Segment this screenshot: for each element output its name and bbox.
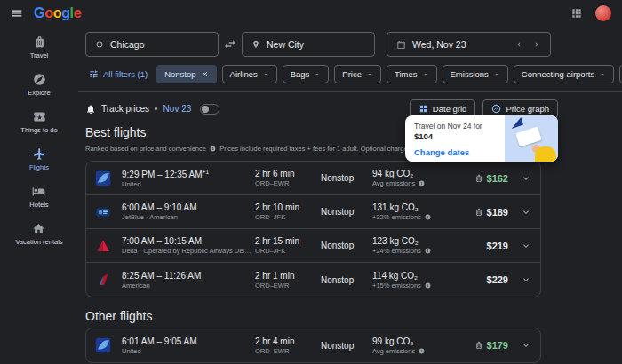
- flights-icon: [33, 147, 46, 161]
- flight-emissions: Avg emissions: [372, 347, 468, 355]
- flight-price: $189: [474, 207, 508, 218]
- bell-icon: [85, 104, 96, 115]
- flight-emissions: Avg emissions: [372, 179, 468, 187]
- expand-flight-button[interactable]: [508, 340, 531, 351]
- flight-route: ORD–EWR: [255, 281, 321, 289]
- chevron-down-icon: [493, 71, 500, 78]
- chevron-right-icon[interactable]: [532, 40, 541, 49]
- filter-chip-airlines[interactable]: Airlines: [222, 65, 277, 83]
- other-flights-title: Other flights: [85, 309, 622, 323]
- google-logo[interactable]: Google: [34, 5, 81, 21]
- sidebar-item-hotels[interactable]: Hotels: [29, 185, 48, 209]
- flight-row[interactable]: 6:01 AM – 9:05 AMUnited2 hr 4 minORD–EWR…: [86, 328, 540, 362]
- flight-stops: Nonstop: [321, 241, 372, 250]
- price-value: $179: [487, 340, 508, 351]
- flight-emissions: +32% emissions: [372, 213, 468, 221]
- destination-value: New City: [267, 39, 304, 50]
- flight-co2: 131 kg CO₂: [372, 202, 468, 212]
- search-row: Chicago New City Wed, Nov 23: [85, 32, 622, 57]
- destination-input[interactable]: New City: [242, 32, 375, 57]
- filter-chip-connecting-airports[interactable]: Connecting airports: [514, 65, 614, 83]
- chevron-left-icon[interactable]: [514, 40, 523, 49]
- flight-row[interactable]: 8:25 AM – 11:26 AMAmerican2 hr 1 minORD–…: [86, 263, 540, 297]
- swap-icon[interactable]: [223, 37, 237, 51]
- airline-logo-jetblue: [95, 204, 122, 220]
- filter-chip-bags[interactable]: Bags: [283, 65, 330, 83]
- info-icon[interactable]: [210, 146, 216, 152]
- sidebar: TravelExploreThings to doFlightsHotelsVa…: [0, 27, 78, 364]
- explore-icon: [33, 73, 46, 86]
- filter-chip-label: Emissions: [451, 69, 489, 79]
- expand-flight-button[interactable]: [508, 241, 531, 251]
- info-icon[interactable]: [419, 180, 425, 186]
- promo-text: Travel on Nov 24 for: [414, 122, 505, 131]
- chevron-down-icon: [599, 71, 606, 78]
- info-icon[interactable]: [419, 348, 425, 354]
- sidebar-item-vacation-rentals[interactable]: Vacation rentals: [15, 222, 62, 246]
- price-value: $219: [487, 241, 508, 251]
- other-flights-list: 6:01 AM – 9:05 AMUnited2 hr 4 minORD–EWR…: [85, 328, 541, 363]
- flight-price: $219: [487, 241, 508, 251]
- filter-chip-price[interactable]: Price: [334, 65, 381, 83]
- flight-row[interactable]: 7:00 AM – 10:15 AMDelta · Operated by Re…: [86, 229, 540, 263]
- calendar-icon: [396, 40, 406, 50]
- expand-flight-button[interactable]: [508, 173, 531, 184]
- expand-flight-button[interactable]: [508, 274, 531, 285]
- origin-input[interactable]: Chicago: [85, 32, 219, 57]
- things-to-do-icon: [33, 110, 46, 123]
- info-icon[interactable]: [425, 248, 431, 254]
- carry-on-bag-icon: [474, 174, 483, 183]
- all-filters-button[interactable]: All filters (1): [85, 67, 151, 82]
- location-pin-icon: [251, 39, 260, 50]
- sidebar-item-things-to-do[interactable]: Things to do: [20, 110, 57, 134]
- flight-carrier: JetBlue · American: [122, 213, 251, 221]
- flight-emissions: +15% emissions: [372, 281, 468, 289]
- flight-stops: Nonstop: [321, 275, 372, 285]
- flight-route: ORD–EWR: [255, 347, 321, 355]
- price-note: Prices include required taxes + fees for…: [219, 145, 424, 153]
- change-dates-link[interactable]: Change dates: [414, 147, 505, 157]
- airline-logo-united: [95, 337, 122, 353]
- price-value: $189: [487, 207, 508, 218]
- tune-icon: [89, 69, 99, 79]
- menu-icon[interactable]: [11, 7, 23, 20]
- promo-price: $104: [414, 131, 505, 143]
- track-date-link[interactable]: Nov 23: [163, 104, 192, 114]
- info-icon[interactable]: [425, 214, 431, 220]
- airline-logo-american: [95, 272, 122, 288]
- info-icon[interactable]: [425, 282, 431, 289]
- sidebar-item-explore[interactable]: Explore: [28, 73, 50, 97]
- filter-chip-label: Price: [342, 69, 362, 79]
- sidebar-item-label: Things to do: [20, 126, 57, 134]
- price-graph-icon: [491, 104, 501, 114]
- filter-chip-emissions[interactable]: Emissions: [443, 65, 508, 83]
- flight-row[interactable]: 9:29 PM – 12:35 AM+1United2 hr 6 minORD–…: [86, 162, 540, 195]
- flight-carrier: United: [122, 347, 251, 355]
- sidebar-item-label: Vacation rentals: [15, 238, 62, 246]
- filter-chip-label: Connecting airports: [522, 69, 594, 79]
- price-graph-label: Price graph: [506, 104, 549, 114]
- avatar[interactable]: [595, 5, 611, 21]
- chevron-down-icon: [314, 71, 321, 78]
- flight-co2: 114 kg CO₂: [372, 271, 468, 281]
- sidebar-item-label: Hotels: [29, 201, 48, 209]
- origin-circle-icon: [95, 40, 104, 49]
- flight-duration: 2 hr 1 min: [255, 271, 321, 281]
- date-input[interactable]: Wed, Nov 23: [387, 32, 551, 57]
- filter-chip-nonstop[interactable]: Nonstop: [156, 65, 216, 83]
- flight-row[interactable]: 6:00 AM – 9:10 AMJetBlue · American2 hr …: [86, 195, 540, 229]
- track-prices-toggle[interactable]: [200, 104, 219, 115]
- flight-stops: Nonstop: [321, 341, 372, 351]
- flight-route: ORD–JFK: [255, 247, 321, 255]
- flight-times: 6:00 AM – 9:10 AM: [122, 202, 255, 212]
- airline-logo-united: [95, 170, 122, 186]
- flight-stops: Nonstop: [321, 207, 372, 217]
- expand-flight-button[interactable]: [508, 207, 531, 218]
- flight-duration: 2 hr 15 min: [255, 236, 321, 246]
- carry-on-bag-icon: [474, 208, 483, 217]
- filter-chip-times[interactable]: Times: [387, 65, 437, 83]
- sidebar-item-flights[interactable]: Flights: [29, 147, 49, 171]
- close-icon[interactable]: [201, 70, 209, 78]
- sidebar-item-travel[interactable]: Travel: [30, 36, 49, 59]
- apps-grid-icon[interactable]: [570, 7, 583, 20]
